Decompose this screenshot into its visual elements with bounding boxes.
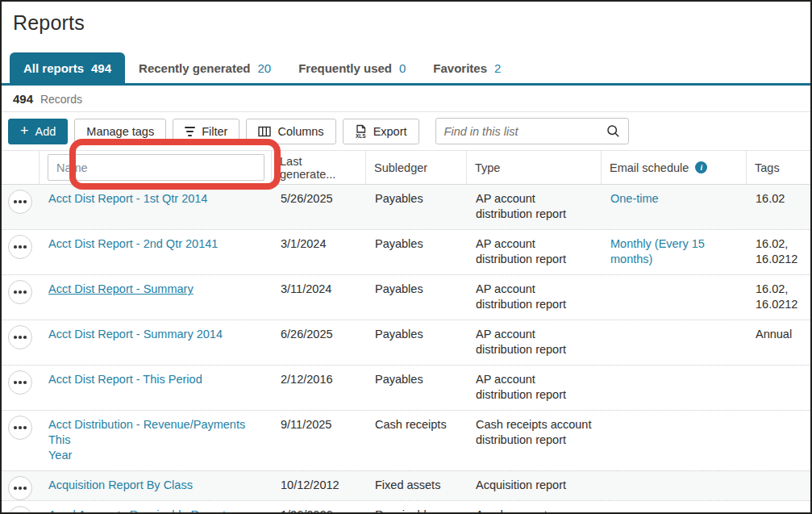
cell-tags: 16.02, 16.0212 <box>746 275 810 320</box>
cell-email-schedule <box>601 411 746 470</box>
tab-label: Favorites <box>433 61 487 75</box>
name-filter-input[interactable] <box>48 154 264 181</box>
find-in-list-input[interactable] <box>444 125 606 138</box>
row-actions-button[interactable] <box>8 190 32 214</box>
row-actions-button[interactable] <box>8 370 32 395</box>
email-schedule-link[interactable]: Monthly (Every 15 months) <box>610 237 705 265</box>
cell-last-generated: 2/12/2016 <box>271 366 365 410</box>
table-row: Acct Dist Report - 2nd Qtr 201413/1/2024… <box>2 229 810 274</box>
report-name-link[interactable]: Acct Dist Report - Summary 2014 <box>48 328 223 341</box>
search-icon <box>606 124 620 138</box>
cell-last-generated: 3/1/2024 <box>271 230 365 274</box>
info-icon[interactable]: i <box>695 161 707 173</box>
cell-tags <box>746 366 810 410</box>
cell-tags: 16.02, 16.0212 <box>746 230 810 274</box>
cell-subledger: Payables <box>365 366 466 410</box>
row-actions-button[interactable] <box>8 280 32 304</box>
table-row: Acquisition Report By Class10/12/2012Fix… <box>2 470 810 500</box>
email-schedule-link[interactable]: One-time <box>610 192 659 205</box>
tab-count: 20 <box>257 61 271 75</box>
manage-tags-button[interactable]: Manage tags <box>74 119 166 144</box>
row-actions-button[interactable] <box>8 416 32 440</box>
cell-type: Aged accounts receivable report <box>466 501 601 514</box>
report-name-link[interactable]: Acct Dist Report - 1st Qtr 2014 <box>48 192 207 205</box>
columns-icon <box>258 126 271 137</box>
cell-last-generated: 5/26/2025 <box>271 185 365 229</box>
cell-type: AP account distribution report <box>466 320 601 365</box>
tab-favorites[interactable]: Favorites2 <box>419 52 514 83</box>
cell-last-generated: 3/11/2024 <box>271 275 365 320</box>
table-row: Acct Dist Report - Summary3/11/2024Payab… <box>2 274 810 320</box>
records-count: 494 <box>13 92 33 106</box>
toolbar: + Add Manage tags Filter Columns XLS <box>2 112 810 151</box>
tab-frequently-used[interactable]: Frequently used0 <box>285 52 419 83</box>
plus-icon: + <box>20 123 29 138</box>
column-header-last-generated[interactable]: Last generate... <box>271 151 365 184</box>
records-label: Records <box>40 93 82 106</box>
cell-tags <box>746 501 810 514</box>
row-actions-cell <box>2 411 39 470</box>
export-button[interactable]: XLS Export <box>343 119 419 144</box>
row-actions-button[interactable] <box>8 506 32 514</box>
cell-last-generated: 6/26/2025 <box>271 320 365 365</box>
report-name-link[interactable]: Acquisition Report By Class <box>48 478 193 491</box>
name-column-header <box>39 151 271 184</box>
cell-subledger: Payables <box>365 320 466 365</box>
row-actions-cell <box>2 471 39 500</box>
report-name-cell: Acct Distribution - Revenue/Payments Thi… <box>39 411 271 470</box>
row-actions-button[interactable] <box>8 325 32 349</box>
table-row: Aged Accounts Receivable Report1/26/2026… <box>2 500 810 514</box>
cell-subledger: Payables <box>365 185 466 229</box>
filter-button[interactable]: Filter <box>173 119 239 144</box>
cell-subledger: Payables <box>365 230 466 274</box>
column-header-tags[interactable]: Tags <box>746 151 810 184</box>
table-header-row: Last generate... Subledger Type Email sc… <box>2 151 810 185</box>
reports-window: Reports All reports494Recently generated… <box>0 0 812 514</box>
cell-type: AP account distribution report <box>466 275 601 320</box>
page-title: Reports <box>13 11 810 35</box>
column-header-type[interactable]: Type <box>466 151 601 184</box>
cell-subledger: Receivables <box>365 501 466 514</box>
row-actions-cell <box>2 320 39 365</box>
column-header-subledger[interactable]: Subledger <box>365 151 466 184</box>
row-actions-button[interactable] <box>8 235 32 259</box>
row-actions-button[interactable] <box>8 476 32 500</box>
report-name-cell: Aged Accounts Receivable Report <box>39 501 271 514</box>
cell-tags: 16.02 <box>746 185 810 229</box>
actions-column-header <box>2 151 39 184</box>
table-row: Acct Dist Report - Summary 20146/26/2025… <box>2 320 810 365</box>
report-name-link[interactable]: Acct Dist Report - This Period <box>48 373 202 386</box>
report-name-cell: Acquisition Report By Class <box>39 471 271 500</box>
cell-last-generated: 1/26/2026 <box>271 501 365 514</box>
report-name-link[interactable]: Aged Accounts Receivable Report <box>48 508 226 514</box>
row-actions-cell <box>2 185 39 229</box>
cell-type: Cash receipts account distribution repor… <box>466 411 601 470</box>
add-button[interactable]: + Add <box>8 119 68 144</box>
report-name-link[interactable]: Acct Dist Report - Summary <box>48 282 194 295</box>
export-xls-icon: XLS <box>355 124 367 139</box>
columns-button[interactable]: Columns <box>246 119 335 144</box>
report-name-link[interactable]: Acct Distribution - Revenue/Payments Thi… <box>48 418 245 462</box>
cell-tags <box>746 471 810 500</box>
tab-label: All reports <box>23 61 84 75</box>
column-header-email-schedule[interactable]: Email schedule i <box>601 151 746 184</box>
cell-email-schedule <box>601 471 746 500</box>
row-actions-cell <box>2 366 39 410</box>
tab-count: 494 <box>91 61 111 75</box>
tab-all-reports[interactable]: All reports494 <box>10 52 125 83</box>
report-name-cell: Acct Dist Report - This Period <box>39 366 271 410</box>
report-name-cell: Acct Dist Report - 2nd Qtr 20141 <box>39 230 271 274</box>
report-name-cell: Acct Dist Report - 1st Qtr 2014 <box>39 185 271 229</box>
report-name-cell: Acct Dist Report - Summary 2014 <box>39 320 271 365</box>
report-name-link[interactable]: Acct Dist Report - 2nd Qtr 20141 <box>48 237 218 250</box>
svg-text:XLS: XLS <box>356 132 366 138</box>
cell-subledger: Cash receipts <box>365 411 466 470</box>
row-actions-cell <box>2 501 39 514</box>
tab-recently-generated[interactable]: Recently generated20 <box>125 52 285 83</box>
find-in-list-search <box>435 118 629 144</box>
cell-email-schedule <box>601 366 746 410</box>
report-name-cell: Acct Dist Report - Summary <box>39 275 271 320</box>
row-actions-cell <box>2 230 39 274</box>
cell-type: Acquisition report <box>466 471 601 500</box>
tab-bar: All reports494Recently generated20Freque… <box>2 52 810 86</box>
